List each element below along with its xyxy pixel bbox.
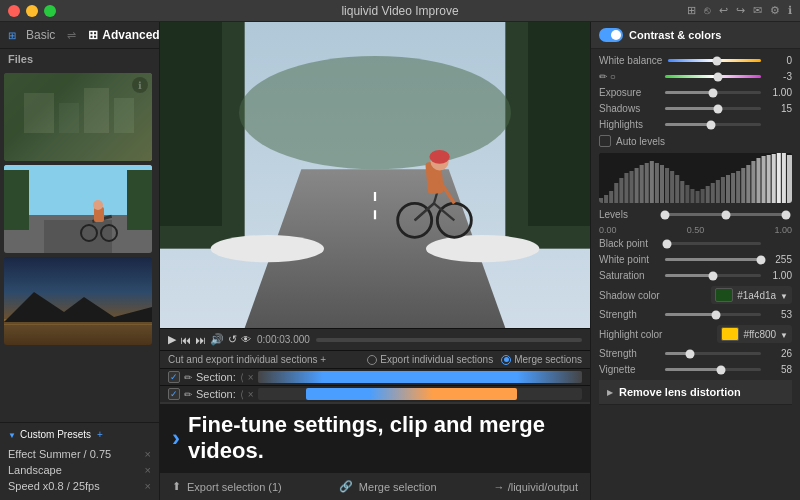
shadows-slider[interactable]: [665, 107, 761, 110]
saturation-slider[interactable]: [665, 274, 761, 277]
export-individual-option[interactable]: Export individual sections: [367, 354, 493, 365]
preset-name: Landscape: [8, 464, 62, 476]
black-point-thumb[interactable]: [662, 239, 671, 248]
section-2-checkbox[interactable]: ✓: [168, 388, 180, 400]
add-preset-button[interactable]: +: [97, 429, 103, 440]
wb-thumb-2[interactable]: [713, 72, 722, 81]
maximize-button[interactable]: [44, 5, 56, 17]
section-1-timeline[interactable]: [258, 371, 582, 383]
highlight-color-dropdown-icon[interactable]: [780, 329, 788, 340]
histogram: [599, 153, 792, 203]
settings-icon[interactable]: ⚙: [770, 4, 780, 17]
white-point-slider[interactable]: [665, 258, 761, 261]
minimize-button[interactable]: [26, 5, 38, 17]
thumbnail-aerial[interactable]: ℹ: [4, 73, 152, 161]
thumbnail-cyclist[interactable]: ℹ: [4, 165, 152, 253]
wb-slider-1[interactable]: [668, 59, 761, 62]
eyedropper-icon[interactable]: ✏ ○: [599, 71, 616, 82]
center-content: ▶ ⏮ ⏭ 🔊 ↺ 👁 0:00:03.000 Cut and export i…: [160, 22, 590, 500]
shadows-label: Shadows: [599, 103, 659, 114]
highlight-strength-thumb[interactable]: [685, 349, 694, 358]
video-player[interactable]: [160, 22, 590, 328]
wb-thumb-1[interactable]: [712, 56, 721, 65]
info-icon[interactable]: ℹ: [788, 4, 792, 17]
close-button[interactable]: [8, 5, 20, 17]
wb-slider-2[interactable]: [665, 75, 761, 78]
shadow-color-label: Shadow color: [599, 290, 660, 301]
highlights-row: Highlights: [599, 119, 792, 130]
section-2-nav-icon[interactable]: ⟨: [240, 389, 244, 400]
shadow-color-dropdown-icon[interactable]: [780, 290, 788, 301]
section-1-edit-icon[interactable]: ✏: [184, 372, 192, 383]
highlight-color-picker[interactable]: #ffc800: [717, 325, 792, 343]
exposure-slider[interactable]: [665, 91, 761, 94]
highlights-slider[interactable]: [665, 123, 761, 126]
section-1-nav-icon[interactable]: ⟨: [240, 372, 244, 383]
saturation-row: Saturation 1.00: [599, 270, 792, 281]
section-2-timeline[interactable]: [258, 388, 582, 400]
share-icon[interactable]: ⎋: [704, 4, 711, 17]
loop-button[interactable]: ↺: [228, 333, 237, 346]
vignette-thumb[interactable]: [716, 365, 725, 374]
highlights-thumb[interactable]: [707, 120, 716, 129]
white-point-thumb[interactable]: [757, 255, 766, 264]
shadows-value: 15: [767, 103, 792, 114]
export-individual-radio[interactable]: [367, 355, 377, 365]
svg-rect-56: [670, 171, 674, 203]
shadow-strength-slider[interactable]: [665, 313, 761, 316]
play-button[interactable]: ▶: [168, 333, 176, 346]
svg-rect-44: [609, 191, 613, 203]
skip-back-button[interactable]: ⏮: [180, 334, 191, 346]
shadow-strength-thumb[interactable]: [711, 310, 720, 319]
shadow-color-picker[interactable]: #1a4d1a: [711, 286, 792, 304]
preset-delete-button[interactable]: ×: [145, 480, 151, 492]
skip-forward-button[interactable]: ⏭: [195, 334, 206, 346]
saturation-thumb[interactable]: [709, 271, 718, 280]
highlight-arrow-icon: ›: [172, 424, 180, 452]
redo-icon[interactable]: ↪: [736, 4, 745, 17]
merge-sections-radio[interactable]: [501, 355, 511, 365]
speaker-button[interactable]: 🔊: [210, 333, 224, 346]
window-title: liquivid Video Improve: [341, 4, 458, 18]
contrast-toggle[interactable]: [599, 28, 623, 42]
levels-thumb-right[interactable]: [782, 210, 791, 219]
basic-mode-button[interactable]: Basic: [26, 28, 55, 42]
vignette-slider[interactable]: [665, 368, 761, 371]
presets-chevron-icon[interactable]: [8, 429, 16, 440]
highlight-strength-slider[interactable]: [665, 352, 761, 355]
levels-slider[interactable]: [665, 213, 786, 216]
svg-rect-51: [645, 163, 649, 203]
mail-icon[interactable]: ✉: [753, 4, 762, 17]
merge-button[interactable]: Merge selection: [359, 481, 437, 493]
lens-chevron-icon[interactable]: [607, 388, 613, 397]
exposure-row: Exposure 1.00: [599, 87, 792, 98]
eye-button[interactable]: 👁: [241, 334, 251, 345]
cut-export-label[interactable]: Cut and export individual sections +: [168, 354, 326, 365]
advanced-icon: ⊞: [88, 28, 98, 42]
levels-thumb-mid[interactable]: [721, 210, 730, 219]
section-1-close-button[interactable]: ×: [248, 372, 254, 383]
grid-icon: ⊞: [8, 30, 16, 41]
section-2-edit-icon[interactable]: ✏: [184, 389, 192, 400]
black-point-slider[interactable]: [665, 242, 761, 245]
contrast-colors-header[interactable]: Contrast & colors: [591, 22, 800, 49]
svg-point-15: [93, 200, 103, 210]
shadows-thumb[interactable]: [713, 104, 722, 113]
levels-thumb-left[interactable]: [661, 210, 670, 219]
thumbnail-sunset[interactable]: ℹ: [4, 257, 152, 345]
section-1-checkbox[interactable]: ✓: [168, 371, 180, 383]
preset-delete-button[interactable]: ×: [145, 464, 151, 476]
folder-icon[interactable]: ⊞: [687, 4, 696, 17]
auto-levels-checkbox[interactable]: [599, 135, 611, 147]
progress-bar[interactable]: [316, 338, 582, 342]
section-2-close-button[interactable]: ×: [248, 389, 254, 400]
preset-delete-button[interactable]: ×: [145, 448, 151, 460]
lens-distortion-header[interactable]: Remove lens distortion: [599, 380, 792, 405]
export-button[interactable]: Export selection (1): [187, 481, 282, 493]
exposure-thumb[interactable]: [709, 88, 718, 97]
advanced-mode-button[interactable]: ⊞ Advanced: [88, 28, 159, 42]
undo-icon[interactable]: ↩: [719, 4, 728, 17]
merge-sections-option[interactable]: Merge sections: [501, 354, 582, 365]
cut-export-right: Export individual sections Merge section…: [367, 354, 582, 365]
shadow-color-row: Shadow color #1a4d1a: [599, 286, 792, 304]
